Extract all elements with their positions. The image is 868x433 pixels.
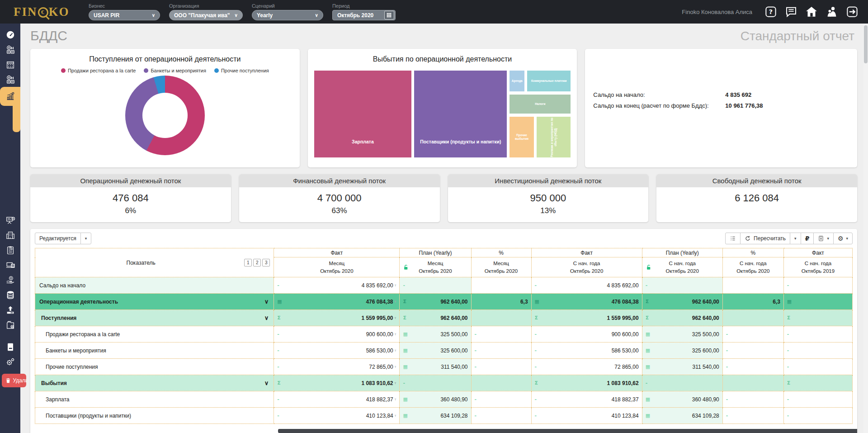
treemap-block[interactable]: Реклама и мероприятия по сбыту (НОД): [536, 116, 571, 158]
value-cell[interactable]: ▦325 600,00: [400, 343, 471, 359]
value-cell[interactable]: -586 530,00: [531, 343, 642, 359]
sidebar-item-presentation[interactable]: [0, 213, 20, 228]
value-cell[interactable]: Σ1 083 910,62: [531, 375, 642, 391]
value-cell[interactable]: -: [400, 375, 471, 391]
value-cell[interactable]: ▦476 084,38: [531, 294, 642, 310]
edit-state-button[interactable]: Редактируется: [35, 233, 81, 244]
value-cell[interactable]: ▦360 480,90: [642, 391, 722, 408]
sidebar-item-checklist[interactable]: [0, 243, 20, 257]
settings-button[interactable]: ⚙▾: [833, 233, 853, 244]
sidebar-item-database[interactable]: [0, 287, 20, 302]
value-cell[interactable]: -: [783, 277, 852, 294]
value-cell[interactable]: -: [471, 408, 531, 424]
value-cell[interactable]: -900 600,00т: [274, 326, 400, 343]
value-cell[interactable]: -410 123,84т: [274, 408, 400, 424]
row-label-cell[interactable]: Операционная деятельность∨: [35, 294, 274, 310]
currency-ruble-button[interactable]: ₽: [801, 233, 814, 244]
value-cell[interactable]: 6,3: [722, 294, 783, 310]
value-cell[interactable]: ▦311 540,00: [642, 359, 722, 375]
value-cell[interactable]: Σ1 083 910,62т: [274, 375, 400, 391]
row-label-cell[interactable]: Поступления∨: [35, 310, 274, 326]
value-cell[interactable]: Σ1 559 995,00: [531, 310, 642, 326]
level-2-button[interactable]: 2: [253, 259, 261, 266]
value-cell[interactable]: Σ1 559 995,00т: [274, 310, 400, 326]
value-cell[interactable]: Σ962 640,00: [642, 294, 722, 310]
value-cell[interactable]: ▦325 600,00: [642, 343, 722, 359]
treemap-block[interactable]: Аренда: [509, 70, 525, 92]
sidebar-item-documents-folder[interactable]: [0, 317, 20, 332]
value-cell[interactable]: -72 865,00т: [274, 359, 400, 375]
view-checklist-button[interactable]: [725, 233, 741, 244]
value-cell[interactable]: -: [471, 326, 531, 343]
export-excel-button[interactable]: ▾: [813, 233, 834, 244]
value-cell[interactable]: -72 865,00: [531, 359, 642, 375]
value-cell[interactable]: -: [722, 391, 783, 408]
unlock-icon[interactable]: [646, 264, 652, 271]
value-cell[interactable]: Σ: [783, 375, 852, 391]
organization-select[interactable]: ООО "Плакучая ива"∨: [169, 10, 243, 20]
value-cell[interactable]: Σ962 640,00: [642, 310, 722, 326]
unlock-icon[interactable]: [403, 264, 410, 271]
value-cell[interactable]: -418 882,37: [531, 391, 642, 408]
value-cell[interactable]: -: [471, 391, 531, 408]
sidebar-item-upload[interactable]: [0, 302, 20, 317]
edit-state-dropdown-button[interactable]: ▾: [80, 233, 92, 244]
messages-icon[interactable]: [784, 5, 798, 19]
vertical-scrollbar-thumb[interactable]: [864, 25, 868, 63]
value-cell[interactable]: -586 530,00т: [274, 343, 400, 359]
value-cell[interactable]: Σ962 640,00: [400, 310, 471, 326]
row-label-cell[interactable]: Выбытия∨: [35, 375, 274, 391]
value-cell[interactable]: 6,3: [471, 294, 531, 310]
value-cell[interactable]: [722, 310, 783, 326]
scenario-select[interactable]: Yearly∨: [252, 10, 323, 20]
value-cell[interactable]: -: [642, 277, 722, 294]
legend-item[interactable]: Продажи ресторана a la carte: [61, 68, 136, 73]
treemap-block[interactable]: Поставщики (продукты и напитки): [413, 70, 508, 158]
row-label-cell[interactable]: Продажи ресторана a la carte: [35, 326, 274, 343]
row-label-cell[interactable]: Сальдо на начало: [35, 277, 274, 294]
value-cell[interactable]: -410 123,84: [531, 408, 642, 424]
value-cell[interactable]: -: [722, 359, 783, 375]
value-cell[interactable]: -418 882,37т: [274, 391, 400, 408]
value-cell[interactable]: -900 600,00: [531, 326, 642, 343]
row-label-cell[interactable]: Банкеты и мероприятия: [35, 343, 274, 359]
row-label-cell[interactable]: Поставщики (продукты и напитки): [35, 408, 274, 424]
value-cell[interactable]: [722, 375, 783, 391]
level-1-button[interactable]: 1: [244, 259, 252, 266]
value-cell[interactable]: ▦: [783, 294, 852, 310]
sidebar-item-reports-chart[interactable]: [0, 87, 20, 106]
value-cell[interactable]: [722, 277, 783, 294]
recalculate-button[interactable]: Пересчитать: [740, 233, 790, 244]
level-3-button[interactable]: 3: [262, 259, 270, 266]
sidebar-item-buildings[interactable]: [0, 228, 20, 243]
value-cell[interactable]: -: [722, 343, 783, 359]
legend-item[interactable]: Банкеты и мероприятия: [144, 68, 206, 73]
value-cell[interactable]: -: [400, 277, 471, 294]
value-cell[interactable]: Σ962 640,00: [400, 294, 471, 310]
sidebar-item-hotel[interactable]: [0, 57, 20, 72]
sidebar-item-settings-gears[interactable]: [0, 354, 20, 369]
delete-button[interactable]: Удалить: [2, 374, 26, 387]
logout-icon[interactable]: [845, 5, 859, 19]
horizontal-scrollbar[interactable]: [278, 429, 857, 433]
home-icon[interactable]: [805, 5, 818, 19]
value-cell[interactable]: ▦325 500,00: [642, 326, 722, 343]
value-cell[interactable]: ▦476 084,38т: [274, 294, 400, 310]
recalculate-options-button[interactable]: ▾: [790, 233, 801, 244]
value-cell[interactable]: [471, 375, 531, 391]
treemap-block[interactable]: Налоги: [509, 94, 571, 114]
treemap-block[interactable]: Прочие выбытия: [509, 116, 534, 158]
period-input[interactable]: Октябрь 2020: [332, 10, 396, 20]
sidebar-item-notebook[interactable]: [0, 339, 20, 354]
chevron-down-icon[interactable]: ∨: [264, 380, 271, 386]
value-cell[interactable]: Σ: [783, 310, 852, 326]
value-cell[interactable]: -: [722, 326, 783, 343]
business-select[interactable]: USAR PIR∨: [89, 10, 160, 20]
value-cell[interactable]: [471, 277, 531, 294]
value-cell[interactable]: -: [783, 391, 852, 408]
value-cell[interactable]: -: [642, 375, 722, 391]
donut-chart[interactable]: [125, 76, 205, 155]
chevron-down-icon[interactable]: ∨: [264, 298, 271, 305]
legend-item[interactable]: Прочие поступления: [214, 68, 269, 73]
row-label-cell[interactable]: Прочие поступления: [35, 359, 274, 375]
